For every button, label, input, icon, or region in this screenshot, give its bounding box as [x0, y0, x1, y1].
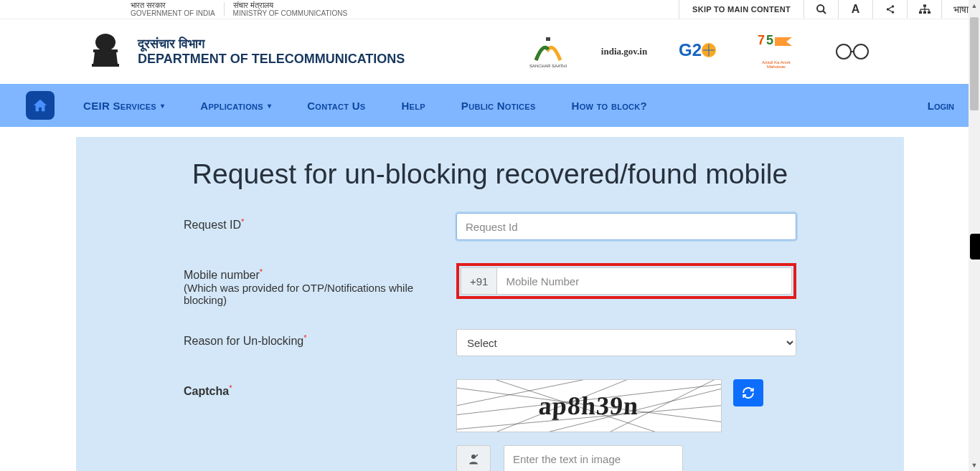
chevron-down-icon: ▾: [161, 102, 164, 110]
svg-rect-8: [919, 11, 922, 14]
captcha-image: ap8h39n: [456, 379, 722, 432]
svg-line-6: [888, 10, 891, 11]
partner-logos: SANCHAR SAATHI india.gov.in G2 75 Azadi …: [527, 34, 895, 70]
svg-rect-19: [546, 37, 550, 41]
mobile-number-input[interactable]: [496, 267, 792, 295]
gov-left: भारत सरकार GOVERNMENT OF INDIA संचार मंत…: [122, 1, 356, 18]
search-icon[interactable]: [804, 0, 838, 19]
dept-title: दूरसंचार विभाग DEPARTMENT OF TELECOMMUNI…: [138, 37, 405, 67]
row-captcha: Captcha* ap8h39n: [184, 379, 796, 432]
svg-text:5: 5: [766, 34, 773, 47]
india-gov-logo[interactable]: india.gov.in: [603, 34, 646, 70]
national-emblem-icon: [85, 29, 126, 74]
svg-line-5: [888, 7, 891, 9]
dept-title-en: DEPARTMENT OF TELECOMMUNICATIONS: [138, 52, 405, 67]
label-request-id: Request ID*: [184, 213, 456, 232]
svg-rect-17: [93, 49, 118, 52]
row-reason: Reason for Un-blocking* Select: [184, 329, 796, 356]
reason-select[interactable]: Select: [456, 329, 796, 356]
gandhi-glasses-logo[interactable]: [831, 34, 874, 70]
form-card: Request for un-blocking recovered/found …: [76, 137, 904, 471]
svg-point-2: [891, 5, 894, 7]
share-icon[interactable]: [872, 0, 907, 19]
nav-public-notices[interactable]: Public Notices: [461, 100, 536, 112]
gov-col-2: संचार मंत्रालय MINISTRY OF COMMUNICATION…: [225, 1, 356, 18]
g20-logo[interactable]: G2: [679, 34, 722, 70]
svg-point-4: [891, 11, 894, 13]
user-icon: [456, 445, 491, 471]
svg-line-1: [823, 11, 826, 14]
dept-title-hi: दूरसंचार विभाग: [138, 37, 405, 52]
page-title: Request for un-blocking recovered/found …: [184, 158, 796, 190]
home-button[interactable]: [26, 91, 55, 120]
svg-point-24: [837, 44, 851, 59]
gov-col2-en: MINISTRY OF COMMUNICATIONS: [233, 9, 347, 18]
label-mobile: Mobile number* (Which was provided for O…: [184, 263, 456, 306]
nav-applications[interactable]: Applications▾: [200, 100, 271, 112]
dept-header: दूरसंचार विभाग DEPARTMENT OF TELECOMMUNI…: [0, 19, 980, 84]
gov-col-1: भारत सरकार GOVERNMENT OF INDIA: [122, 1, 224, 18]
mobile-prefix: +91: [461, 267, 496, 295]
skip-to-content-link[interactable]: SKIP TO MAIN CONTENT: [679, 0, 804, 19]
svg-point-25: [854, 44, 868, 59]
chevron-down-icon: ▾: [268, 102, 271, 110]
svg-point-0: [817, 5, 824, 11]
svg-point-16: [95, 34, 116, 51]
svg-rect-18: [92, 64, 119, 67]
request-id-input[interactable]: [456, 213, 796, 240]
azadi-logo[interactable]: 75 Azadi Ka Amrit Mahotsav: [755, 34, 798, 70]
font-size-icon[interactable]: A: [838, 0, 872, 19]
label-captcha: Captcha*: [184, 379, 456, 398]
label-reason: Reason for Un-blocking*: [184, 329, 456, 348]
scroll-down-icon[interactable]: ▼: [969, 460, 980, 471]
gov-col1-hi: भारत सरकार: [131, 1, 215, 9]
nav-contact-us[interactable]: Contact Us: [307, 100, 365, 112]
captcha-refresh-button[interactable]: [733, 379, 763, 406]
nav-help[interactable]: Help: [401, 100, 425, 112]
svg-point-35: [471, 455, 476, 459]
scroll-thumb[interactable]: [970, 17, 979, 110]
side-feedback-tab[interactable]: [970, 234, 980, 260]
nav-items: CEIR Services▾ Applications▾ Contact Us …: [83, 100, 647, 112]
scroll-up-icon[interactable]: ▲: [969, 0, 980, 11]
page-wrap: Request for un-blocking recovered/found …: [0, 127, 980, 471]
gov-right: SKIP TO MAIN CONTENT A भाषा: [679, 0, 980, 19]
row-mobile: Mobile number* (Which was provided for O…: [184, 263, 796, 306]
nav-ceir-services[interactable]: CEIR Services▾: [83, 100, 164, 112]
svg-rect-10: [928, 11, 930, 14]
svg-point-3: [886, 8, 889, 11]
gov-col1-en: GOVERNMENT OF INDIA: [131, 9, 215, 18]
svg-text:G2: G2: [679, 40, 702, 60]
svg-rect-7: [923, 4, 926, 6]
sanchar-saathi-logo[interactable]: SANCHAR SAATHI: [527, 34, 570, 70]
main-nav: CEIR Services▾ Applications▾ Contact Us …: [0, 84, 980, 127]
captcha-text: ap8h39n: [538, 391, 639, 421]
svg-text:7: 7: [758, 34, 765, 47]
svg-rect-9: [923, 11, 926, 14]
captcha-input[interactable]: [504, 445, 683, 471]
sitemap-icon[interactable]: [907, 0, 941, 19]
highlight-mobile-field: +91: [456, 263, 796, 299]
login-link[interactable]: Login: [928, 100, 954, 112]
row-captcha-input: [184, 445, 796, 471]
nav-how-to-block[interactable]: How to block?: [572, 100, 647, 112]
gov-col2-hi: संचार मंत्रालय: [233, 1, 347, 9]
gov-top-bar: भारत सरकार GOVERNMENT OF INDIA संचार मंत…: [0, 0, 980, 19]
row-request-id: Request ID*: [184, 213, 796, 240]
